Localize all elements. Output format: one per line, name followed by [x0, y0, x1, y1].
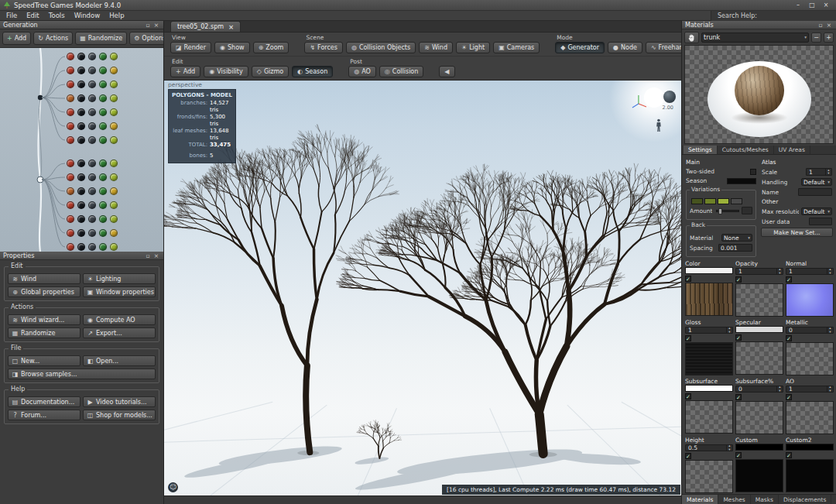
generator-node-icon[interactable] [99, 81, 107, 88]
pan-hand-button[interactable] [684, 32, 699, 43]
subsurface-color-swatch[interactable] [685, 385, 733, 392]
generator-node-icon[interactable] [88, 122, 96, 130]
generator-node-icon[interactable] [67, 173, 74, 181]
variation-swatch[interactable] [718, 198, 729, 204]
node-graph[interactable] [0, 48, 163, 252]
spinner-down-icon[interactable]: ▾ [777, 389, 783, 393]
slider-thumb[interactable] [718, 208, 722, 214]
generator-node-icon[interactable] [110, 94, 118, 102]
generator-node-icon[interactable] [99, 94, 107, 102]
make-new-set-button[interactable]: Make New Set... [761, 228, 833, 237]
maximize-button[interactable]: □ [805, 0, 819, 10]
variation-swatch-empty[interactable] [731, 198, 742, 204]
generator-node-icon[interactable] [67, 159, 74, 167]
panel-tab-masks[interactable]: Masks [751, 495, 779, 504]
subsurface-enabled-checkbox[interactable]: ✓ [685, 393, 691, 399]
height-spinner[interactable]: 0.5▴▾ [685, 444, 733, 451]
node-button[interactable]: ●Node [608, 42, 642, 53]
generator-node-icon[interactable] [67, 243, 74, 251]
generator-node-icon[interactable] [77, 122, 85, 130]
collision-button[interactable]: ◎Collision [379, 66, 424, 77]
generator-node-icon[interactable] [77, 215, 85, 223]
generator-node-icon[interactable] [67, 201, 74, 209]
specular-texture-thumbnail[interactable] [735, 341, 783, 375]
generator-node-icon[interactable] [77, 108, 85, 116]
generator-node-icon[interactable] [88, 229, 96, 237]
generator-node-icon[interactable] [99, 108, 107, 116]
generator-node-icon[interactable] [99, 201, 107, 209]
menu-window[interactable]: Window [70, 12, 105, 19]
user-data-input[interactable] [809, 218, 832, 225]
generator-node-icon[interactable] [88, 136, 96, 144]
custom-enabled-checkbox[interactable]: ✓ [735, 452, 742, 458]
custom2-color-swatch[interactable] [786, 444, 834, 451]
status-face-icon[interactable]: ☺ [168, 482, 178, 492]
subsurface-texture-thumbnail[interactable] [685, 400, 733, 434]
ao-button[interactable]: ◍AO [348, 66, 376, 77]
normal-texture-thumbnail[interactable] [786, 283, 834, 317]
name-input[interactable] [798, 188, 832, 196]
generator-node-icon[interactable] [110, 243, 118, 251]
generator-node-icon[interactable] [67, 122, 74, 130]
generator-node-icon[interactable] [88, 81, 96, 88]
metallic-texture-thumbnail[interactable] [786, 342, 834, 375]
material-preview[interactable] [684, 45, 834, 144]
generator-node-icon[interactable] [67, 187, 74, 195]
forces-button[interactable]: ↯Forces [304, 42, 343, 53]
compute-ao-button[interactable]: ◉Compute AO [83, 314, 156, 325]
generator-node-icon[interactable] [67, 53, 74, 60]
generator-node-icon[interactable] [88, 173, 96, 181]
generator-node-icon[interactable] [99, 243, 107, 251]
opacity-spinner[interactable]: 1▴▾ [735, 268, 783, 275]
panel-tab-displacements[interactable]: Displacements [779, 495, 831, 504]
generator-node-icon[interactable] [110, 173, 118, 181]
handling-dropdown[interactable]: Default▾ [801, 178, 832, 186]
global-properties-button[interactable]: ⊕Global properties [8, 286, 81, 297]
specular-color-swatch[interactable] [735, 326, 783, 333]
ao-texture-thumbnail[interactable] [786, 401, 834, 434]
generator-node-icon[interactable] [88, 201, 96, 209]
generator-node-icon[interactable] [110, 229, 118, 237]
generator-node-icon[interactable] [77, 136, 85, 144]
lighting-button[interactable]: ☀Lighting [83, 273, 156, 284]
close-panel-icon[interactable]: × [152, 252, 160, 259]
season-button[interactable]: ◐Season [292, 66, 333, 77]
wind-button[interactable]: ≋Wind [8, 273, 81, 284]
visibility-button[interactable]: ◉Visibility [204, 66, 248, 77]
close-panel-icon[interactable]: × [825, 22, 833, 29]
generator-node-icon[interactable] [99, 122, 107, 130]
generator-node-icon[interactable] [67, 229, 74, 237]
generator-node-icon[interactable] [99, 67, 107, 74]
spinner-down-icon[interactable]: ▾ [827, 389, 833, 393]
generator-node-icon[interactable] [67, 94, 74, 102]
generator-node-icon[interactable] [110, 108, 118, 116]
generator-node-icon[interactable] [99, 215, 107, 223]
menu-tools[interactable]: Tools [44, 12, 70, 19]
generator-node-icon[interactable] [99, 173, 107, 181]
generation-randomize-button[interactable]: ▦Randomize [75, 32, 127, 45]
generator-node-icon[interactable] [77, 229, 85, 237]
generator-node-icon[interactable] [110, 53, 118, 60]
minimize-button[interactable]: – [791, 0, 805, 10]
season-swatch[interactable] [727, 178, 756, 184]
generator-node-icon[interactable] [110, 159, 118, 167]
float-panel-icon[interactable]: ▫ [817, 22, 824, 29]
custom-color-swatch[interactable] [735, 444, 783, 451]
generator-button[interactable]: ◆Generator [555, 42, 605, 53]
wind-wizard-button[interactable]: ≋Wind wizard... [8, 314, 81, 325]
export-button[interactable]: ↗Export... [83, 327, 156, 338]
generator-node-icon[interactable] [110, 67, 118, 74]
spinner-down-icon[interactable]: ▾ [727, 448, 732, 452]
generator-node-icon[interactable] [77, 187, 85, 195]
two-sided-checkbox[interactable] [750, 169, 756, 175]
spinner-down-icon[interactable]: ▾ [826, 172, 831, 176]
generator-node-icon[interactable] [110, 201, 118, 209]
menu-edit[interactable]: Edit [22, 12, 43, 19]
generator-node-icon[interactable] [110, 122, 118, 130]
window-properties-button[interactable]: ▣Window properties [83, 286, 156, 297]
camera-mode-label[interactable]: perspective [168, 81, 202, 88]
generation-add-button[interactable]: +Add [2, 32, 31, 45]
spinner-down-icon[interactable]: ▾ [827, 331, 833, 334]
amount-slider[interactable] [716, 210, 739, 212]
generator-node-icon[interactable] [77, 201, 85, 209]
